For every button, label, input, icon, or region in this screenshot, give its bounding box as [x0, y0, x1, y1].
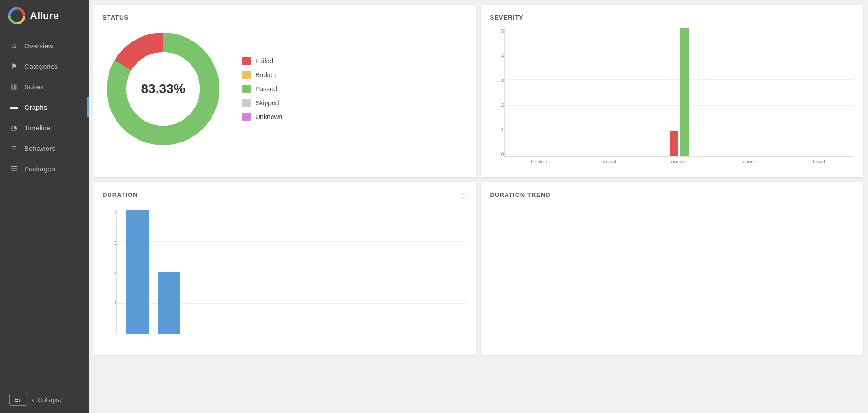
passed-color-box — [242, 85, 251, 93]
sidebar-item-behaviors-label: Behaviors — [24, 144, 55, 152]
severity-chart: 5 4 3 2 1 0 — [490, 28, 854, 168]
broken-color-box — [242, 71, 251, 79]
legend-unknown: Unknown — [242, 113, 282, 121]
sidebar-item-overview-label: Overview — [24, 42, 54, 50]
sidebar-item-suites-label: Suites — [24, 83, 44, 91]
sidebar-footer: En ‹ Collapse — [0, 386, 89, 413]
clock-icon: ◔ — [9, 123, 19, 132]
unknown-color-box — [242, 113, 251, 121]
sidebar-item-timeline-label: Timeline — [24, 124, 50, 132]
sidebar-item-packages-label: Packages — [24, 165, 55, 173]
app-title: Allure — [30, 10, 59, 22]
severity-bars — [504, 28, 854, 157]
sidebar-item-packages[interactable]: ☰ Packages — [0, 158, 89, 179]
unknown-label: Unknown — [255, 113, 282, 121]
duration-bars — [116, 210, 467, 334]
sidebar-item-suites[interactable]: ▦ Suites — [0, 76, 89, 97]
legend-failed: Failed — [242, 57, 282, 65]
sidebar-item-graphs[interactable]: ▬ Graphs — [0, 97, 89, 117]
x-label-trivial: trivial — [784, 157, 854, 168]
duration-bar-1 — [126, 210, 149, 334]
duration-chart: 4 3 2 1 0 — [103, 210, 467, 345]
x-label-minor: minor — [714, 157, 784, 168]
x-label-blocker: blocker — [504, 157, 574, 168]
donut-chart: 83.33% — [103, 28, 224, 149]
trend-card-title: DURATION TREND — [490, 191, 854, 198]
list-icon: ≡ — [9, 143, 19, 153]
severity-card: SEVERITY 5 4 3 2 1 0 — [481, 5, 864, 177]
legend-broken: Broken — [242, 71, 282, 79]
duration-bar-2 — [158, 272, 180, 334]
sidebar-logo: Allure — [0, 0, 89, 32]
allure-logo-icon — [8, 7, 25, 24]
skipped-label: Skipped — [255, 99, 279, 107]
sidebar-item-categories[interactable]: ⚑ Categories — [0, 56, 89, 76]
failed-color-box — [242, 57, 251, 65]
duration-drag-icon: ⠿ — [461, 191, 467, 202]
sidebar-item-overview[interactable]: ⌂ Overview — [0, 35, 89, 56]
collapse-button[interactable]: ‹ Collapse — [32, 396, 63, 404]
duration-card: DURATION ⠿ 4 3 2 1 0 — [93, 182, 476, 355]
sev-bar-blocker — [505, 28, 574, 156]
dur-bar-2 — [158, 210, 180, 334]
status-card: STATUS 83.33% Failed — [93, 5, 476, 177]
skipped-color-box — [242, 99, 251, 107]
duration-card-title: DURATION — [103, 191, 138, 198]
flag-icon: ⚑ — [9, 61, 19, 71]
sidebar-item-categories-label: Categories — [24, 62, 58, 70]
dur-bar-1 — [126, 210, 149, 334]
home-icon: ⌂ — [9, 41, 19, 50]
x-label-critical: critical — [574, 157, 644, 168]
language-button[interactable]: En — [9, 394, 27, 406]
main-content: STATUS 83.33% Failed — [89, 0, 868, 413]
bar-chart-icon: ▬ — [9, 102, 19, 112]
status-content: 83.33% Failed Broken Passed Skipped — [103, 28, 467, 149]
normal-red-bar — [670, 131, 678, 156]
sev-bar-trivial — [784, 28, 854, 156]
packages-icon: ☰ — [9, 164, 19, 173]
sev-bar-normal — [644, 28, 714, 156]
briefcase-icon: ▦ — [9, 82, 19, 91]
duration-trend-card: DURATION TREND — [481, 182, 864, 355]
broken-label: Broken — [255, 71, 276, 79]
legend-passed: Passed — [242, 85, 282, 93]
x-label-normal: normal — [644, 157, 714, 168]
sidebar: Allure ⌂ Overview ⚑ Categories ▦ Suites … — [0, 0, 89, 413]
sidebar-item-timeline[interactable]: ◔ Timeline — [0, 117, 89, 138]
sev-bar-critical — [574, 28, 644, 156]
passed-label: Passed — [255, 85, 277, 93]
severity-x-axis: blocker critical normal minor trivial — [504, 157, 854, 168]
failed-label: Failed — [255, 57, 273, 65]
severity-card-title: SEVERITY — [490, 14, 854, 21]
duration-y-axis: 4 3 2 1 0 — [103, 210, 116, 334]
status-card-title: STATUS — [103, 14, 467, 21]
severity-y-axis: 5 4 3 2 1 0 — [490, 28, 504, 157]
collapse-label: Collapse — [38, 396, 63, 404]
legend-skipped: Skipped — [242, 99, 282, 107]
collapse-chevron-icon: ‹ — [32, 396, 34, 404]
normal-green-bar — [680, 28, 689, 156]
sidebar-item-behaviors[interactable]: ≡ Behaviors — [0, 138, 89, 158]
status-legend: Failed Broken Passed Skipped Unknown — [242, 57, 282, 121]
sidebar-navigation: ⌂ Overview ⚑ Categories ▦ Suites ▬ Graph… — [0, 32, 89, 386]
donut-percentage: 83.33% — [141, 81, 185, 96]
sidebar-item-graphs-label: Graphs — [24, 103, 47, 111]
sev-bar-minor — [714, 28, 784, 156]
